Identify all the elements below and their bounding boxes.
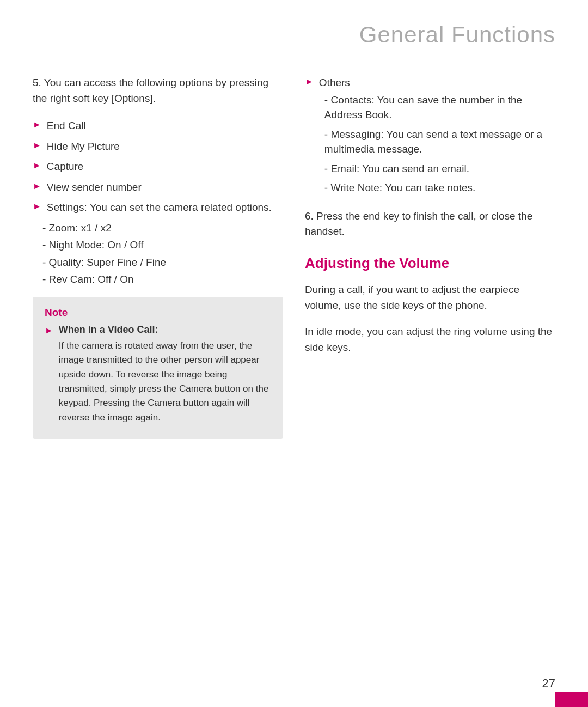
settings-sub-list: - Zoom: x1 / x2 - Night Mode: On / Off -… xyxy=(42,221,283,287)
list-item: - Rev Cam: Off / On xyxy=(42,272,283,287)
page-title: General Functions xyxy=(0,0,588,64)
bullet-arrow-icon: ► xyxy=(33,141,41,150)
left-column: 5. You can access the following options … xyxy=(33,75,283,439)
bullet-settings: Settings: You can set the camera related… xyxy=(47,200,272,215)
note-bullet-arrow-icon: ► xyxy=(45,326,53,336)
bullet-arrow-icon: ► xyxy=(33,181,41,191)
volume-paragraph-1: During a call, if you want to adjust the… xyxy=(305,282,555,314)
list-item: - Zoom: x1 / x2 xyxy=(42,221,283,236)
bullet-hide-picture: Hide My Picture xyxy=(47,139,120,154)
list-item: ► Hide My Picture xyxy=(33,139,283,154)
list-item: - Quality: Super Fine / Fine xyxy=(42,255,283,270)
others-bullet: Others xyxy=(319,77,350,88)
step-6-text: 6. Press the end key to finish the call,… xyxy=(305,209,555,240)
bullet-arrow-icon: ► xyxy=(33,202,41,211)
note-bullet-title: When in a Video Call: xyxy=(59,324,271,336)
list-item: - Messaging: You can send a text message… xyxy=(324,127,555,157)
volume-paragraph-2: In idle mode, you can adjust the ring vo… xyxy=(305,324,555,356)
adjusting-volume-title: Adjusting the Volume xyxy=(305,255,555,272)
intro-text: 5. You can access the following options … xyxy=(33,75,283,106)
list-item: ► Settings: You can set the camera relat… xyxy=(33,200,283,215)
bullet-end-call: End Call xyxy=(47,118,86,133)
list-item: ► Others - Contacts: You can save the nu… xyxy=(305,75,555,200)
note-body: If the camera is rotated away from the u… xyxy=(59,339,271,425)
list-item: - Night Mode: On / Off xyxy=(42,237,283,253)
bullet-arrow-icon: ► xyxy=(33,120,41,130)
list-item: - Contacts: You can save the number in t… xyxy=(324,93,555,123)
list-item: - Write Note: You can take notes. xyxy=(324,180,555,196)
list-item: ► View sender number xyxy=(33,180,283,195)
list-item: ► End Call xyxy=(33,118,283,133)
list-item: ► Capture xyxy=(33,159,283,174)
page-number: 27 xyxy=(542,676,555,691)
bullet-arrow-icon: ► xyxy=(305,77,314,87)
note-label: Note xyxy=(45,307,271,319)
note-bullet: ► When in a Video Call: If the camera is… xyxy=(45,324,271,425)
bullet-view-sender: View sender number xyxy=(47,180,142,195)
others-sub-list: - Contacts: You can save the number in t… xyxy=(324,93,555,196)
note-box: Note ► When in a Video Call: If the came… xyxy=(33,297,283,439)
bullet-arrow-icon: ► xyxy=(33,161,41,170)
bullet-capture: Capture xyxy=(47,159,84,174)
pink-bar-decoration xyxy=(555,692,588,707)
list-item: - Email: You can send an email. xyxy=(324,161,555,176)
right-column: ► Others - Contacts: You can save the nu… xyxy=(305,75,555,439)
